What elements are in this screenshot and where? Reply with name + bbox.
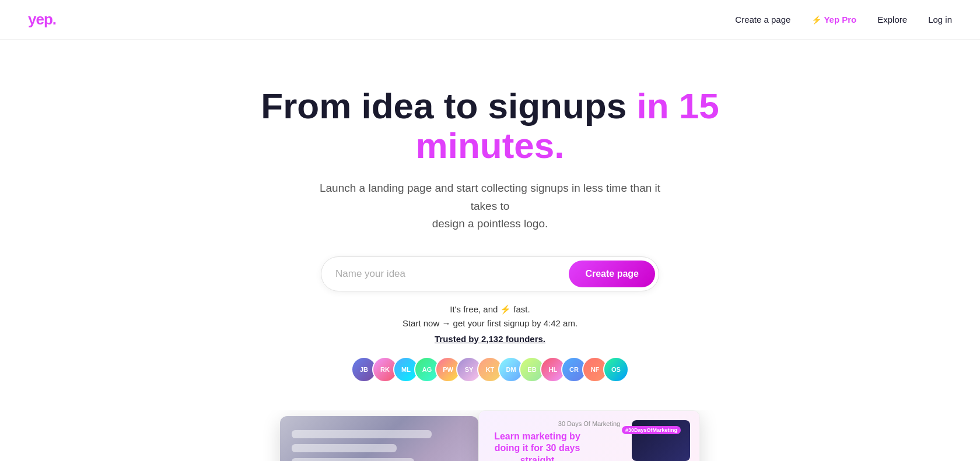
- tagline-fast-text: fast.: [513, 304, 530, 314]
- navbar: yep. Create a page ⚡ Yep Pro Explore Log…: [0, 0, 980, 40]
- card-badge: #30DaysOfMarketing: [622, 426, 681, 434]
- tagline-free-text: It's free, and: [450, 304, 498, 314]
- hero-subtitle: Launch a landing page and start collecti…: [315, 180, 665, 233]
- line-placeholder: [292, 444, 397, 452]
- nav-item-explore[interactable]: Explore: [877, 15, 907, 25]
- logo[interactable]: yep.: [28, 10, 56, 29]
- idea-input[interactable]: [335, 268, 569, 280]
- yep-pro-link[interactable]: ⚡ Yep Pro: [811, 15, 856, 24]
- logo-text: yep: [28, 10, 52, 28]
- hero-section: From idea to signups in 15 minutes. Laun…: [0, 40, 980, 461]
- card-image-placeholder: #30DaysOfMarketing: [632, 420, 690, 461]
- tagline-start: Start now → get your first signup by 4:4…: [402, 318, 578, 328]
- card-title: Learn marketing by doing it for 30 days …: [491, 431, 584, 461]
- avatar: OS: [603, 357, 629, 382]
- founder-avatars: JB RK ML AG PW SY KT DM EB HL CR NF OS: [351, 357, 629, 382]
- yep-pro-label: Yep Pro: [824, 15, 856, 24]
- create-page-link[interactable]: Create a page: [735, 15, 790, 24]
- nav-item-yep-pro[interactable]: ⚡ Yep Pro: [811, 15, 856, 24]
- hero-subtitle-line1: Launch a landing page and start collecti…: [320, 182, 660, 212]
- explore-link[interactable]: Explore: [877, 15, 907, 24]
- bolt-icon: ⚡: [500, 304, 511, 315]
- trust-founders-link[interactable]: Trusted by 2,132 founders.: [435, 334, 545, 344]
- create-page-button[interactable]: Create page: [569, 261, 655, 287]
- screenshot-card-right: 30 Days Of Marketing Learn marketing by …: [478, 410, 700, 461]
- login-link[interactable]: Log in: [928, 15, 952, 24]
- tagline-start-text: Start now → get your first signup by 4:4…: [402, 318, 578, 328]
- nav-links: Create a page ⚡ Yep Pro Explore Log in: [735, 15, 952, 25]
- idea-input-row: Create page: [321, 256, 659, 291]
- hero-title: From idea to signups in 15 minutes.: [228, 86, 752, 166]
- nav-item-login[interactable]: Log in: [928, 15, 952, 25]
- screenshot-card-left: [280, 416, 478, 461]
- logo-accent-dot: .: [52, 10, 56, 28]
- screenshots-area: 30 Days Of Marketing Learn marketing by …: [23, 410, 957, 461]
- tagline-free-fast: It's free, and ⚡ fast.: [450, 304, 530, 315]
- nav-item-create-page[interactable]: Create a page: [735, 15, 790, 25]
- line-placeholder: [292, 430, 432, 438]
- hero-subtitle-line2: design a pointless logo.: [432, 217, 548, 230]
- lightning-icon: ⚡: [811, 15, 821, 24]
- hero-title-main: From idea to signups: [261, 86, 636, 126]
- line-placeholder: [292, 458, 414, 461]
